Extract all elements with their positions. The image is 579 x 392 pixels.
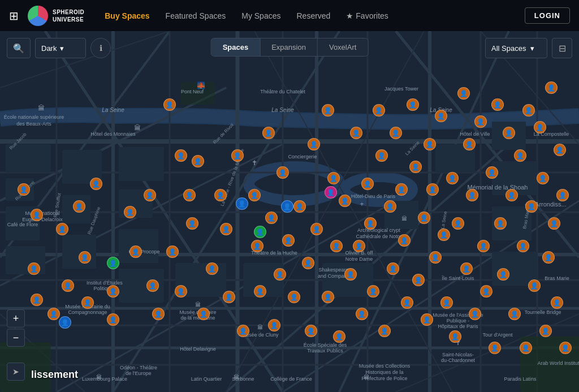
map-marker[interactable]: 👤 (350, 127, 362, 139)
map-marker[interactable]: 👤 (28, 262, 40, 275)
zoom-out-button[interactable]: − (7, 329, 25, 347)
map-marker[interactable]: 👤 (505, 189, 518, 201)
map-marker[interactable]: 👤 (274, 268, 286, 281)
map-marker[interactable]: 👤 (449, 330, 461, 343)
map-marker[interactable]: 👤 (395, 183, 408, 196)
map-marker[interactable]: 👤 (31, 294, 43, 306)
map-marker[interactable]: 👤 (401, 296, 413, 309)
nav-favorites[interactable]: ★ Favorites (339, 8, 395, 24)
map-marker[interactable]: 👤 (175, 285, 187, 298)
map-marker[interactable]: 👤 (409, 161, 422, 173)
map-marker[interactable]: 👤 (378, 325, 391, 337)
map-marker[interactable]: 👤 (237, 325, 249, 337)
zoom-in-button[interactable]: + (7, 309, 25, 328)
map-container[interactable]: La Seine La Seine La Seine Pont Neuf Thé… (0, 31, 579, 392)
compass-button[interactable]: ➤ (7, 363, 25, 381)
map-marker[interactable]: 👤 (330, 240, 343, 252)
map-marker[interactable]: 👤 (146, 279, 159, 292)
nav-buy-spaces[interactable]: Buy Spaces (98, 8, 156, 24)
map-marker[interactable]: 👤 (534, 121, 546, 133)
map-marker[interactable]: 👤 (152, 308, 165, 320)
map-marker[interactable]: 👤 (491, 98, 504, 111)
map-marker[interactable]: 👤 (282, 234, 295, 247)
map-marker[interactable]: 👤 (429, 251, 442, 264)
map-marker[interactable]: 👤 (223, 291, 235, 303)
map-marker[interactable]: 👤 (412, 274, 425, 286)
map-marker[interactable]: 👤 (322, 291, 334, 303)
map-marker[interactable]: 👤 (384, 200, 396, 213)
map-marker[interactable]: 👤 (398, 234, 411, 247)
map-marker[interactable]: 👤 (452, 217, 464, 230)
map-marker[interactable]: 👤 (47, 308, 60, 320)
map-marker[interactable]: 👤 (537, 172, 549, 184)
map-marker[interactable]: 👤 (73, 200, 85, 213)
map-marker[interactable]: 👤 (302, 257, 314, 269)
map-marker[interactable]: 👤 (539, 325, 552, 337)
tab-expansion[interactable]: Expansion (260, 38, 318, 56)
map-marker[interactable]: 👤 (469, 308, 481, 320)
map-marker[interactable]: 👤 (460, 262, 473, 275)
map-marker[interactable]: 👤 (59, 316, 71, 329)
map-marker[interactable]: 👤 (166, 245, 179, 258)
map-marker[interactable]: 👤 (254, 226, 266, 238)
map-marker[interactable]: 👤 (375, 149, 388, 162)
map-marker[interactable]: 👤 (435, 110, 447, 122)
map-marker[interactable]: 👤 (186, 217, 198, 230)
map-marker[interactable]: 👤 (486, 166, 498, 179)
map-marker[interactable]: 👤 (251, 240, 263, 252)
map-marker[interactable]: 👤 (281, 200, 293, 213)
map-marker[interactable]: 👤 (424, 138, 436, 150)
map-marker[interactable]: 👤 (325, 186, 337, 199)
map-marker[interactable]: 👤 (525, 200, 538, 213)
map-marker[interactable]: 👤 (31, 209, 43, 221)
map-marker[interactable]: 👤 (522, 104, 535, 117)
map-marker[interactable]: 👤 (457, 87, 470, 100)
map-marker[interactable]: 👤 (418, 212, 430, 224)
map-marker[interactable]: 👤 (421, 313, 433, 326)
map-marker[interactable]: 👤 (322, 104, 334, 117)
map-marker[interactable]: 👤 (206, 262, 218, 275)
nav-reserved[interactable]: Reserved (290, 8, 337, 24)
map-marker[interactable]: 👤 (559, 342, 572, 354)
nav-my-spaces[interactable]: My Spaces (235, 8, 287, 24)
map-marker[interactable]: 👤 (528, 279, 541, 292)
info-button[interactable]: ℹ (90, 38, 111, 58)
map-marker[interactable]: 👤 (545, 81, 558, 94)
map-marker[interactable]: 👤 (163, 98, 176, 111)
map-marker[interactable]: 👤 (407, 98, 419, 111)
map-marker[interactable]: 👤 (554, 144, 566, 156)
map-marker[interactable]: 👤 (548, 217, 560, 230)
map-marker[interactable]: 👤 (183, 189, 196, 201)
map-marker[interactable]: 👤 (438, 229, 450, 241)
map-marker[interactable]: 👤 (81, 296, 94, 309)
map-marker[interactable]: 👤 (107, 257, 119, 269)
map-marker[interactable]: 👤 (305, 325, 317, 337)
map-marker[interactable]: 👤 (477, 240, 490, 252)
map-marker[interactable]: 👤 (276, 166, 289, 179)
map-marker[interactable]: 👤 (474, 115, 487, 128)
map-marker[interactable]: 👤 (62, 279, 74, 292)
map-marker[interactable]: 👤 (373, 104, 385, 117)
map-marker[interactable]: 👤 (248, 189, 261, 201)
map-marker[interactable]: 👤 (361, 178, 374, 190)
map-marker[interactable]: 👤 (387, 262, 399, 275)
map-marker[interactable]: 👤 (517, 240, 529, 252)
map-marker[interactable]: 👤 (197, 308, 210, 320)
map-marker[interactable]: 👤 (364, 217, 377, 230)
map-marker[interactable]: 👤 (344, 268, 357, 281)
map-marker[interactable]: 👤 (367, 285, 379, 298)
map-marker[interactable]: 👤 (390, 127, 402, 139)
grid-icon[interactable]: ⊞ (9, 9, 19, 23)
map-marker[interactable]: 👤 (144, 189, 156, 201)
map-marker[interactable]: 👤 (339, 195, 351, 207)
map-marker[interactable]: 👤 (466, 189, 478, 201)
map-marker[interactable]: 👤 (508, 308, 521, 320)
map-marker[interactable]: 👤 (494, 217, 507, 230)
map-marker[interactable]: 👤 (18, 183, 30, 196)
map-marker[interactable]: 👤 (503, 127, 515, 139)
map-marker[interactable]: 👤 (262, 127, 275, 139)
map-marker[interactable]: 👤 (56, 223, 68, 235)
map-marker[interactable]: 👤 (220, 223, 232, 235)
filter-button[interactable]: ⊟ (552, 38, 572, 58)
map-marker[interactable]: 👤 (268, 319, 280, 331)
